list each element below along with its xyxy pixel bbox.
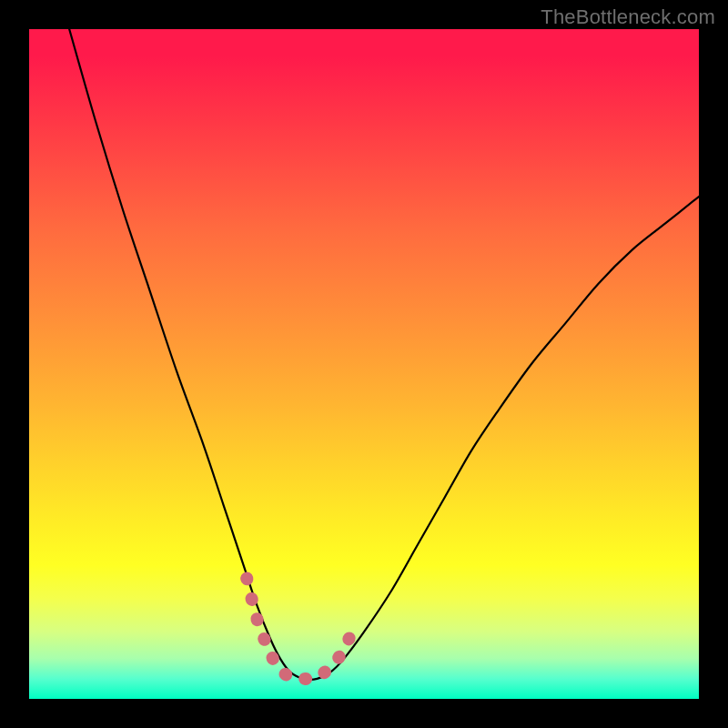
bottleneck-curve [69,29,699,680]
chart-frame: TheBottleneck.com [0,0,728,728]
watermark-text: TheBottleneck.com [541,5,715,29]
plot-area [29,29,699,699]
chart-svg [29,29,699,699]
highlight-segment [247,579,352,680]
